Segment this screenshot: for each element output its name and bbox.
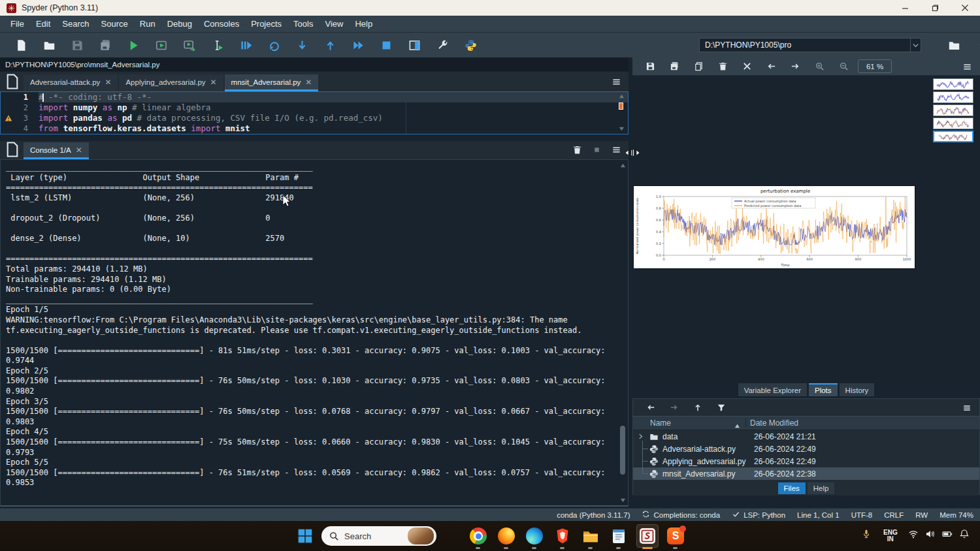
parent-directory-button[interactable] bbox=[975, 38, 980, 52]
taskbar-brave-icon[interactable] bbox=[553, 527, 572, 545]
bottom-tab-files[interactable]: Files bbox=[778, 482, 806, 494]
console-scrollbar[interactable] bbox=[619, 161, 627, 505]
maximize-button[interactable] bbox=[920, 0, 950, 16]
file-row-data[interactable]: data26-06-2024 21:21 bbox=[633, 430, 979, 443]
plot-thumbnail-2[interactable] bbox=[933, 91, 973, 103]
debug-step-button[interactable] bbox=[267, 38, 281, 52]
file-row-Adversarial-attack.py[interactable]: Adversarial-attack.py26-06-2024 22:49 bbox=[633, 443, 979, 455]
copy-plot-button[interactable] bbox=[692, 60, 705, 73]
menu-item-projects[interactable]: Projects bbox=[246, 17, 287, 31]
save-all-button[interactable] bbox=[98, 38, 112, 52]
search-daily-image[interactable] bbox=[408, 527, 434, 544]
save-button[interactable] bbox=[70, 38, 84, 52]
taskbar-notepad-icon[interactable] bbox=[610, 527, 628, 545]
plot-thumbnail-4[interactable] bbox=[933, 118, 973, 129]
volume-tray-icon[interactable] bbox=[925, 529, 936, 539]
menu-item-search[interactable]: Search bbox=[57, 17, 94, 31]
run-cell-button[interactable] bbox=[154, 38, 169, 52]
taskbar-edge-icon[interactable] bbox=[525, 527, 544, 545]
previous-plot-button[interactable] bbox=[764, 60, 777, 73]
minimize-button[interactable] bbox=[890, 0, 920, 16]
zoom-out-button[interactable] bbox=[837, 60, 850, 73]
save-all-plots-button[interactable] bbox=[668, 60, 681, 73]
plot-thumbnail-5[interactable] bbox=[933, 131, 973, 142]
microphone-tray-icon[interactable] bbox=[861, 529, 872, 539]
editor-options-menu-button[interactable] bbox=[609, 74, 623, 89]
taskbar-firefox-icon[interactable] bbox=[497, 527, 515, 545]
language-indicator[interactable]: ENGIN bbox=[883, 529, 898, 543]
step-into-button[interactable] bbox=[295, 38, 309, 52]
menu-item-tools[interactable]: Tools bbox=[288, 17, 318, 31]
open-file-button[interactable] bbox=[42, 38, 56, 52]
close-tab-icon[interactable]: ✕ bbox=[105, 78, 111, 87]
console-options-menu-button[interactable] bbox=[609, 142, 623, 157]
plots-options-menu-button[interactable] bbox=[960, 60, 973, 73]
battery-tray-icon[interactable] bbox=[942, 529, 953, 539]
remove-plot-button[interactable] bbox=[716, 60, 729, 73]
run-button[interactable] bbox=[126, 38, 140, 52]
python-env-button[interactable] bbox=[463, 38, 478, 52]
menu-item-help[interactable]: Help bbox=[350, 17, 378, 31]
stop-debug-button[interactable] bbox=[379, 38, 393, 52]
expand-folder-icon[interactable] bbox=[633, 433, 647, 440]
close-button[interactable] bbox=[950, 0, 980, 16]
plot-figure[interactable]: perturbation example020040060080010000.0… bbox=[634, 186, 915, 268]
editor-tab-Applying_adversarial.py[interactable]: Applying_adversarial.py✕ bbox=[119, 74, 223, 91]
notifications-bell-icon[interactable] bbox=[959, 529, 970, 539]
browse-directory-button[interactable] bbox=[947, 38, 961, 52]
run-cell-advance-button[interactable] bbox=[182, 38, 197, 52]
plot-thumbnail-3[interactable] bbox=[933, 104, 973, 116]
bottom-tab-help[interactable]: Help bbox=[808, 482, 835, 494]
console-tab[interactable]: Console 1/A ✕ bbox=[24, 142, 89, 159]
status-environment[interactable]: conda (Python 3.11.7) bbox=[557, 511, 630, 519]
menu-item-view[interactable]: View bbox=[319, 17, 348, 31]
pane-tab-variable-explorer[interactable]: Variable Explorer bbox=[738, 383, 807, 396]
editor-tab-Adversarial-attack.py[interactable]: Adversarial-attack.py✕ bbox=[24, 74, 118, 91]
taskbar-spyder-icon[interactable] bbox=[638, 527, 657, 545]
working-directory-combo[interactable]: D:\PYTHON\PY1005\pro bbox=[699, 38, 921, 52]
console-output-area[interactable]: ________________________________________… bbox=[0, 159, 629, 507]
taskbar-chrome-icon[interactable] bbox=[469, 527, 487, 545]
taskbar-search-box[interactable]: Search bbox=[321, 526, 436, 546]
next-plot-button[interactable] bbox=[789, 60, 802, 73]
new-file-button[interactable] bbox=[14, 38, 28, 52]
files-options-menu-button[interactable] bbox=[961, 402, 973, 414]
editor-scrollbar[interactable] bbox=[617, 92, 627, 134]
taskbar-explorer-icon[interactable] bbox=[581, 527, 600, 545]
start-button[interactable] bbox=[298, 529, 312, 543]
close-tab-icon[interactable]: ✕ bbox=[305, 78, 312, 87]
close-console-icon[interactable]: ✕ bbox=[76, 146, 82, 155]
pane-tab-history[interactable]: History bbox=[840, 383, 875, 396]
menu-item-debug[interactable]: Debug bbox=[162, 17, 197, 31]
file-row-Applying_adversarial.py[interactable]: Applying_adversarial.py26-06-2024 22:49 bbox=[633, 455, 979, 467]
code-editor[interactable]: 1# -*- coding: utf-8 -*-2import numpy as… bbox=[0, 91, 629, 134]
files-up-button[interactable] bbox=[692, 401, 704, 413]
save-plot-button[interactable] bbox=[644, 60, 657, 73]
scrollbar-thumb[interactable] bbox=[620, 426, 625, 475]
remove-all-plots-button[interactable] bbox=[740, 60, 753, 73]
wifi-tray-icon[interactable] bbox=[908, 529, 919, 539]
interrupt-kernel-button[interactable] bbox=[589, 142, 604, 157]
maximize-pane-button[interactable] bbox=[407, 38, 421, 52]
files-forward-button[interactable] bbox=[668, 401, 680, 413]
files-back-button[interactable] bbox=[645, 401, 657, 413]
step-out-button[interactable] bbox=[323, 38, 337, 52]
pane-tab-plots[interactable]: Plots bbox=[809, 383, 838, 396]
debug-run-button[interactable] bbox=[238, 38, 253, 52]
plot-thumbnail-1[interactable] bbox=[933, 78, 973, 90]
column-header-name[interactable]: Name bbox=[633, 418, 745, 428]
continue-button[interactable] bbox=[351, 38, 365, 52]
browse-tabs-icon[interactable] bbox=[4, 73, 21, 90]
menu-item-source[interactable]: Source bbox=[96, 17, 133, 31]
taskbar-s-app-icon[interactable]: S bbox=[666, 527, 685, 545]
zoom-in-button[interactable] bbox=[813, 60, 826, 73]
close-tab-icon[interactable]: ✕ bbox=[210, 78, 217, 87]
run-selection-button[interactable] bbox=[210, 38, 225, 52]
editor-tab-mnsit_Adversarial.py[interactable]: mnsit_Adversarial.py✕ bbox=[225, 74, 319, 91]
menu-item-run[interactable]: Run bbox=[135, 17, 161, 31]
column-header-date[interactable]: Date Modified bbox=[745, 418, 979, 428]
preferences-button[interactable] bbox=[435, 38, 449, 52]
remove-console-button[interactable] bbox=[570, 142, 584, 157]
console-pane-icon[interactable] bbox=[4, 141, 21, 158]
menu-item-consoles[interactable]: Consoles bbox=[199, 17, 244, 31]
